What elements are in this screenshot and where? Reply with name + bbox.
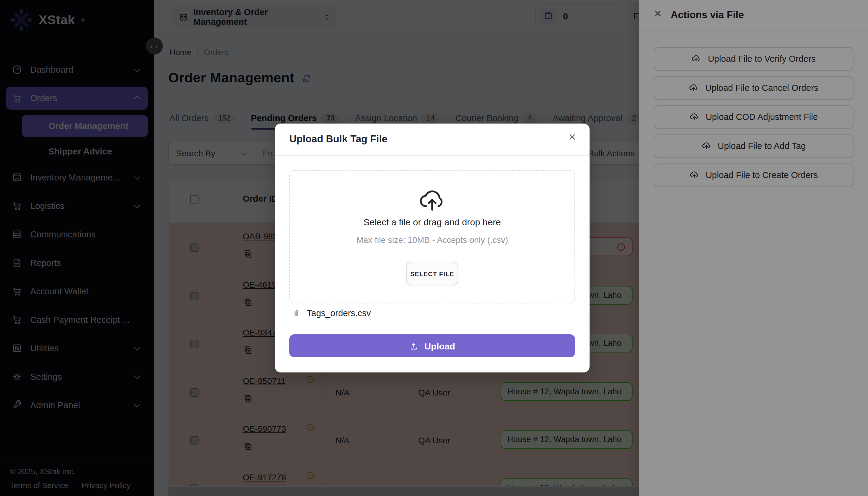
selected-file-name: Tags_orders.csv	[307, 308, 371, 318]
dropzone-hint: Max file size: 10MB - Accepts only (.csv…	[290, 235, 575, 245]
upload-modal: Upload Bulk Tag File ✕ Select a file or …	[275, 124, 590, 372]
upload-icon	[409, 341, 418, 350]
file-dropzone[interactable]: Select a file or drag and drop here Max …	[289, 170, 575, 304]
paperclip-icon	[292, 309, 301, 317]
upload-button-label: Upload	[424, 341, 455, 351]
upload-button[interactable]: Upload	[289, 334, 575, 357]
cloud-upload-icon	[418, 187, 446, 214]
dropzone-title: Select a file or drag and drop here	[290, 217, 575, 227]
app-window: XStak® Dashboard Orders Order Management	[0, 0, 868, 496]
modal-title: Upload Bulk Tag File	[289, 133, 387, 145]
close-icon[interactable]: ✕	[568, 133, 576, 142]
select-file-button[interactable]: SELECT FILE	[406, 262, 458, 285]
selected-file-row: Tags_orders.csv	[292, 308, 371, 318]
modal-header: Upload Bulk Tag File ✕	[275, 124, 590, 156]
